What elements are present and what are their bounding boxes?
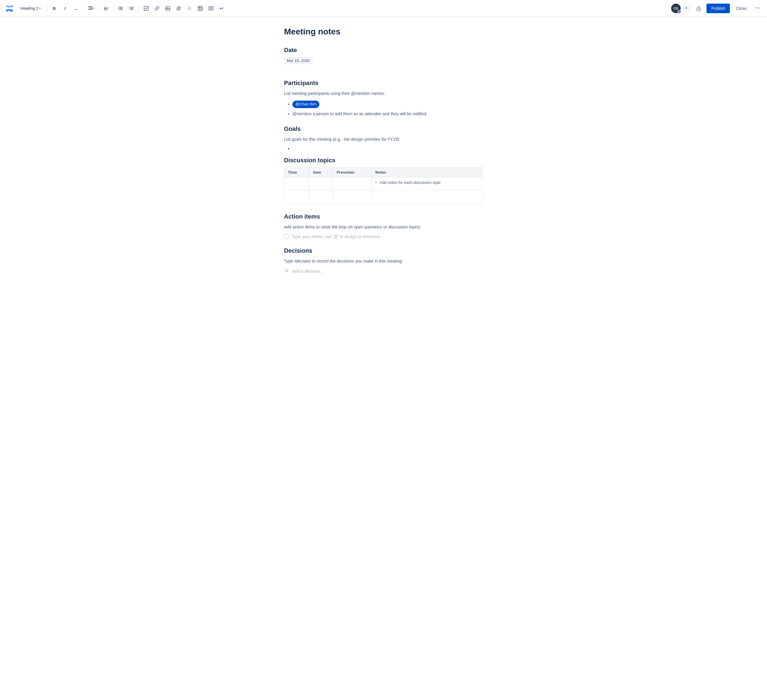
chevron-down-icon: ▾ [39,6,41,10]
editor-content[interactable]: Meeting notes Date Mar 19, 2020 Particip… [270,17,497,298]
discussion-table: Time Item Presenter Notes Add notes for … [284,167,483,203]
svg-rect-11 [130,9,133,10]
svg-rect-13 [165,6,170,10]
avatar[interactable]: CK C [670,3,681,14]
discussion-topics-heading[interactable]: Discussion topics [284,157,483,164]
table-cell[interactable] [284,190,309,203]
decision-icon [284,268,290,275]
date-value[interactable]: Mar 19, 2020 [284,57,312,64]
col-header-notes: Notes [371,168,483,177]
table-cell[interactable] [333,177,371,190]
action-item-row[interactable]: Type your action, use '@' to assign to s… [284,234,483,239]
notes-placeholder: Add notes for each discussion topic [376,180,479,185]
action-items-description: Add action items to close the loop on op… [284,224,483,230]
table-header-row: Time Item Presenter Notes [284,168,483,177]
divider-1 [47,5,47,12]
table-row[interactable] [284,190,483,203]
columns-button[interactable] [206,3,216,13]
svg-rect-19 [209,6,211,10]
svg-point-0 [119,6,119,8]
svg-rect-7 [130,7,133,8]
decisions-heading[interactable]: Decisions [284,247,483,254]
decision-row[interactable]: Add a decision... [284,268,483,275]
table-cell[interactable] [309,177,333,190]
close-button[interactable]: Close [732,3,750,13]
action-items-heading[interactable]: Action items [284,213,483,220]
svg-rect-9 [130,8,133,9]
goals-description: List goals for this meeting (e.g., Set d… [284,136,483,143]
list-item[interactable]: @Chan Kim [293,101,483,108]
avatar-group: CK C + [670,3,691,14]
more-text-button[interactable]: ... [71,3,81,13]
goals-heading[interactable]: Goals [284,125,483,132]
goals-list[interactable] [284,146,483,152]
align-button[interactable]: ☰ ▾ [86,3,96,13]
col-header-time: Time [284,168,309,177]
bold-button[interactable]: B [49,3,59,13]
unordered-list-button[interactable] [116,3,126,13]
participants-heading[interactable]: Participants [284,79,483,87]
list-item[interactable] [293,146,483,152]
ordered-list-button[interactable]: 1. 2. 3. [127,3,136,13]
table-cell-notes[interactable]: Add notes for each discussion topic [371,177,483,190]
participants-list: @Chan Kim @mention a person to add them … [284,101,483,117]
action-placeholder[interactable]: Type your action, use '@' to assign to s… [292,234,381,239]
insert-more-button[interactable]: + ▾ [217,3,226,13]
table-button[interactable] [195,3,205,13]
decisions-description: Type /decision to record the decisions y… [284,258,483,264]
document-title[interactable]: Meeting notes [284,26,483,37]
table-cell[interactable] [284,177,309,190]
table-cell[interactable] [309,190,333,203]
mention-tag[interactable]: @Chan Kim [293,101,319,108]
more-options-button[interactable]: ··· [753,3,762,13]
confluence-logo[interactable] [5,3,14,13]
lock-button[interactable] [693,3,704,14]
table-cell[interactable] [371,190,483,203]
svg-rect-15 [198,6,202,11]
heading-selector[interactable]: Heading 2 ▾ [18,5,43,12]
svg-point-4 [119,9,119,10]
svg-point-22 [699,9,699,10]
mention-button[interactable]: @ [174,3,183,13]
decision-placeholder[interactable]: Add a decision... [293,269,323,274]
svg-rect-20 [212,6,213,10]
image-button[interactable] [163,3,173,13]
publish-button[interactable]: Publish [707,3,730,13]
link-button[interactable] [152,3,162,13]
italic-button[interactable]: I [60,3,70,13]
task-button[interactable] [142,3,151,13]
text-color-button[interactable]: A ▾ [101,3,111,13]
action-checkbox[interactable] [284,234,289,239]
toolbar-right: CK C + Publish Close ··· [670,3,762,14]
svg-point-2 [119,8,119,9]
col-header-presenter: Presenter [333,168,371,177]
add-collaborator-button[interactable]: + [681,3,691,13]
col-header-item: Item [309,168,333,177]
list-item[interactable]: @mention a person to add them as an atte… [293,111,483,117]
svg-text:3.: 3. [129,8,130,10]
svg-rect-12 [144,6,148,11]
svg-rect-1 [120,7,123,8]
divider-3 [99,5,99,12]
svg-rect-5 [120,9,123,10]
divider-2 [83,5,83,12]
table-cell[interactable] [333,190,371,203]
svg-rect-3 [120,8,123,9]
participants-description: List meeting participants using their @m… [284,90,483,97]
table-row[interactable]: Add notes for each discussion topic [284,177,483,190]
heading-selector-label: Heading 2 [21,6,38,11]
toolbar: Heading 2 ▾ B I ... ☰ ▾ A ▾ 1. [0,0,767,17]
emoji-button[interactable]: ☺ [185,3,194,13]
date-heading[interactable]: Date [284,47,483,54]
